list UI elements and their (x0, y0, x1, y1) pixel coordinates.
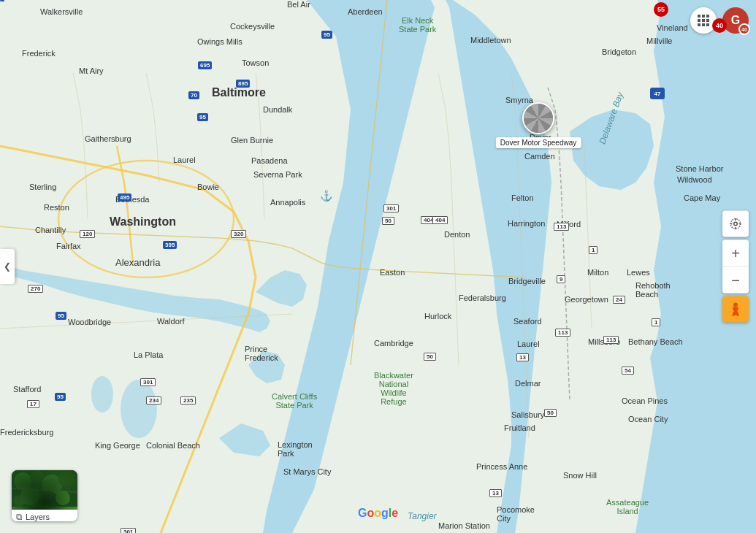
shield-i55: 55 (654, 2, 668, 17)
speedway-label: Dover Motor Speedway (496, 137, 581, 148)
shield-us301-2: 301 (140, 378, 156, 386)
shield-us120: 120 (80, 230, 95, 238)
location-button[interactable] (722, 211, 749, 237)
svg-rect-4 (698, 15, 700, 18)
google-logo: G o o g l e (358, 507, 398, 520)
shield-us320: 320 (231, 230, 246, 238)
user-avatar[interactable]: G 40 (722, 7, 749, 34)
shield-us50-3: 50 (424, 353, 436, 361)
shield-i895: 895 (236, 80, 250, 88)
svg-rect-12 (706, 23, 709, 26)
svg-rect-7 (698, 19, 700, 22)
shield-us270: 270 (28, 285, 43, 293)
shield-i395: 395 (163, 241, 177, 249)
zoom-out-button[interactable]: − (722, 267, 749, 294)
user-badge: 40 (738, 23, 750, 35)
shield-us113-2: 113 (555, 329, 570, 337)
shield-us1: 1 (589, 246, 597, 254)
shield-us50-2: 50 (544, 409, 557, 417)
shield-i95-wood: 95 (56, 312, 66, 320)
svg-rect-6 (706, 15, 709, 18)
svg-rect-11 (702, 23, 705, 26)
shield-us50: 50 (382, 217, 394, 225)
shield-i95-south: 95 (197, 113, 208, 121)
svg-point-20 (58, 471, 75, 487)
layers-control[interactable]: ⧉ Layers (12, 470, 77, 521)
zoom-in-button[interactable]: + (722, 240, 749, 266)
shield-us54: 54 (622, 367, 634, 375)
shield-i95-ne: 95 (321, 31, 332, 39)
svg-rect-5 (702, 15, 705, 18)
svg-point-15 (733, 303, 738, 307)
svg-rect-8 (702, 19, 705, 22)
shield-i47: 47 (650, 88, 665, 99)
svg-rect-9 (706, 19, 709, 22)
svg-point-24 (13, 495, 25, 507)
svg-point-18 (30, 470, 45, 485)
svg-point-2 (91, 376, 113, 413)
svg-point-1 (121, 380, 157, 438)
shield-i40: 40 (712, 18, 727, 33)
collapse-sidebar-button[interactable]: ❮ (0, 249, 15, 284)
svg-rect-10 (698, 23, 700, 26)
shield-us301: 301 (383, 204, 399, 212)
svg-point-22 (39, 491, 57, 507)
svg-rect-16 (12, 470, 77, 507)
zoom-controls: + − (722, 240, 749, 294)
right-controls: + − (722, 211, 749, 323)
svg-point-19 (42, 475, 62, 495)
map-container[interactable]: Baltimore Washington Alexandria Bethesda… (0, 0, 756, 533)
layers-label-text: Layers (26, 513, 50, 521)
shield-us404-2: 404 (432, 216, 448, 224)
svg-point-13 (734, 222, 738, 226)
shield-us235: 235 (180, 396, 196, 404)
map-background (0, 0, 756, 533)
pegman-button[interactable] (722, 296, 749, 323)
layers-icon: ⧉ (16, 512, 23, 521)
shield-i695: 695 (198, 61, 212, 69)
shield-us301-s: 301 (121, 528, 136, 533)
shield-us24: 24 (613, 296, 625, 304)
shield-us13: 13 (516, 353, 529, 361)
shield-i495: 495 (118, 193, 131, 202)
shield-us1-2: 1 (652, 318, 660, 326)
shield-i70: 70 (188, 91, 199, 99)
svg-point-21 (20, 486, 39, 505)
apps-button[interactable] (690, 7, 717, 34)
svg-point-17 (14, 472, 31, 490)
svg-point-23 (56, 491, 70, 505)
shield-us113: 113 (554, 223, 569, 231)
shield-us9: 9 (557, 275, 565, 283)
shield-us234: 234 (146, 396, 161, 404)
shield-us13-2: 13 (489, 489, 502, 497)
layers-thumbnail (12, 470, 77, 510)
kent-island-marker[interactable]: ⚓ (320, 190, 332, 202)
chevron-left-icon: ❮ (4, 261, 11, 272)
layers-label-bar: ⧉ Layers (12, 510, 77, 521)
shield-i95-stafford: 95 (55, 393, 66, 401)
speedway-marker[interactable]: Dover Motor Speedway (522, 102, 554, 134)
shield-us113-3: 113 (603, 336, 619, 344)
shield-us17: 17 (27, 400, 39, 408)
